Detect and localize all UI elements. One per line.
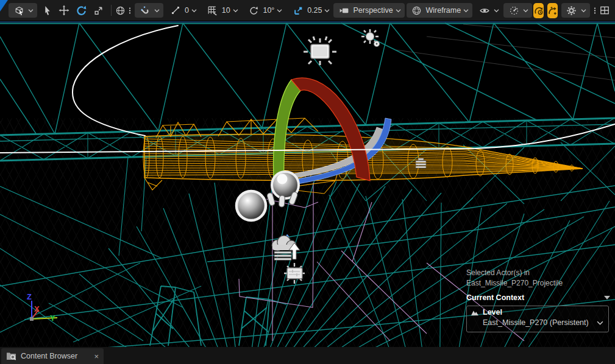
chevron-down-icon [154,9,160,13]
window-corner-accent [0,0,8,12]
content-browser-tab[interactable]: Content Browser × [1,348,104,364]
grid-snap-icon [206,3,219,18]
scale-snap-dropdown[interactable]: 0.25 [288,3,333,18]
unreal-editor-viewport-window: { "colors": { "teal": "#118a85", "horizo… [0,0,615,364]
rotation-snap-value: 10° [263,6,274,15]
selected-actors-line1: Selected Actor(s) in [466,268,614,278]
chevron-down-icon [396,9,401,13]
wireframe-sphere-icon [410,3,424,18]
eye-icon [478,3,491,18]
location-snap-value: 0 [185,6,189,15]
current-context-label: Current Context [466,293,524,302]
world-local-toggle-button[interactable] [115,3,126,18]
scale-icon [93,5,104,16]
current-context-header[interactable]: Current Context [466,293,614,302]
chevron-down-icon [523,9,528,13]
quad-layout-icon [599,5,610,16]
collapse-triangle-icon [604,296,610,299]
viewport-toolbar: 0 10 10° 0.25 Perspective [0,0,615,21]
bottom-dock-bar: Content Browser × [0,347,615,364]
view-mode-dropdown[interactable]: Wireframe [407,3,473,18]
chevron-down-icon [28,9,34,13]
view-mode-label: Wireframe [426,6,461,15]
level-mountain-icon [471,309,479,316]
curve-sparkle-icon [547,5,558,16]
chevron-down-icon [581,9,586,13]
snap-magnet-icon [138,3,152,18]
rotation-snap-icon [247,3,260,18]
chevron-down-icon [233,9,238,13]
rewind-clock-icon [533,5,544,16]
camera-mode-label: Perspective [353,6,393,15]
selected-actors-line2: East_Missile_P270_Projectile [466,278,614,289]
select-mode-dropdown[interactable] [9,3,37,18]
volumetric-cloud-sprite[interactable] [272,234,300,261]
globe-icon [115,5,126,16]
gear-icon [565,3,578,18]
select-mode-icon [12,3,26,18]
show-flags-dropdown[interactable] [474,3,503,18]
toolbar-overflow-dots[interactable] [591,3,599,18]
content-browser-folder-icon [6,352,16,361]
move-icon [59,5,69,16]
scale-snap-icon [291,3,305,18]
content-browser-tab-label: Content Browser [21,352,77,360]
rotate-icon [76,5,87,16]
scale-tool-button[interactable] [93,3,104,18]
sky-light-sprite[interactable] [284,263,305,284]
chevron-down-icon [463,9,469,13]
close-icon[interactable]: × [94,352,99,360]
axis-x-label: X [34,304,40,313]
select-tool-button[interactable] [42,3,52,18]
chevron-down-icon [277,9,282,13]
vertical-dots-icon [126,5,134,16]
move-tool-button[interactable] [59,3,69,18]
level-context-box[interactable]: Level East_Missile_P270 (Persistent) [466,306,609,332]
scale-snap-value: 0.25 [307,6,322,15]
level-value: East_Missile_P270 (Persistent) [483,318,589,327]
chevron-down-icon [494,9,499,13]
grid-snap-dropdown[interactable]: 10 [202,3,242,18]
chevron-down-icon[interactable] [597,320,603,326]
axis-y-label: Y [50,313,55,323]
level-viewport[interactable]: Z X Y Selected Actor(s) in East_Missile_… [0,21,615,347]
rewind-debugger-toggle[interactable] [533,3,544,18]
rotate-tool-button-active[interactable] [76,3,87,18]
rotation-snap-dropdown[interactable]: 10° [243,3,286,18]
exposure-settings-dropdown[interactable] [503,3,532,18]
world-axis-gizmo: Z X Y [27,292,57,323]
quad-view-button[interactable] [599,3,610,18]
exposure-dial-icon [507,3,521,18]
camera-mode-dropdown[interactable]: Perspective [333,3,404,18]
location-grid-snap-icon [169,3,182,18]
level-label: Level [483,308,502,317]
axis-z-label: Z [27,292,32,301]
cursor-icon [42,5,52,16]
transform-options-dots[interactable] [126,3,134,18]
surface-snapping-dropdown[interactable] [135,3,163,18]
camera-icon [337,3,350,18]
viewport-settings-dropdown[interactable] [561,3,590,18]
location-snap-dropdown[interactable]: 0 [165,3,201,18]
animation-mode-toggle[interactable] [547,3,558,18]
chevron-down-icon [324,9,330,13]
vertical-dots-icon [591,5,599,16]
current-context-overlay: Selected Actor(s) in East_Missile_P270_P… [466,268,614,332]
sun-directional-light-sprite[interactable] [361,29,380,47]
chevron-down-icon [191,9,197,13]
grid-snap-value: 10 [222,6,230,15]
